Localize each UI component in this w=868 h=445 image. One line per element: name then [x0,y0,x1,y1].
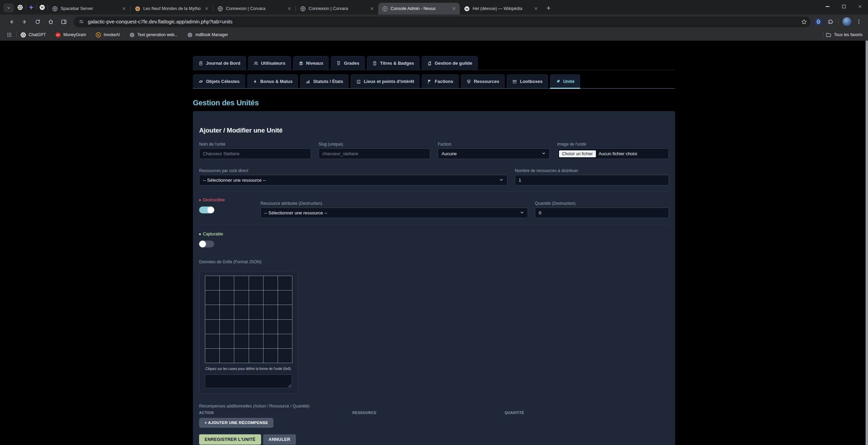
shape-cell[interactable] [234,305,248,319]
minimize-button[interactable] [819,0,836,13]
choose-file-button[interactable]: Choisir un fichier [559,150,596,157]
shape-cell[interactable] [278,276,292,290]
subnav-ressources[interactable]: Ressources [461,74,505,88]
add-reward-button[interactable]: + AJOUTER UNE RÉCOMPENSE [199,418,273,428]
nav-niveaux[interactable]: Niveaux [293,56,329,70]
browser-tab[interactable]: Spacebar Server [48,3,130,14]
grid-json-textarea[interactable] [205,374,292,388]
browser-tab[interactable]: Les Neuf Mondes de la Mythol... [131,3,213,14]
subnav-objets-c-lestes[interactable]: Objets Célestes [193,74,245,88]
shape-cell[interactable] [264,305,278,319]
shape-cell[interactable] [234,290,248,305]
nav-titres-badges[interactable]: Titres & Badges [367,56,420,70]
bookmark-item[interactable]: MoneyGram [55,32,86,38]
shape-cell[interactable] [234,349,248,363]
shape-cell[interactable] [249,305,263,319]
destruction-qty-input[interactable]: 0 [535,208,669,218]
reload-button[interactable] [31,15,44,28]
shape-cell[interactable] [249,334,263,348]
browser-menu-icon[interactable] [853,16,865,28]
tab-close-icon[interactable] [451,6,457,12]
browser-tab[interactable]: Connexion | Corvara [214,3,295,14]
shape-cell[interactable] [264,320,278,334]
destructible-toggle[interactable] [199,206,214,213]
shape-cell[interactable] [205,290,219,305]
back-button[interactable] [5,15,18,28]
address-bar[interactable]: galactic-pve-conquest-c7fe.dev.flatlogic… [74,17,810,27]
direct-cost-select[interactable]: -- Sélectionner une ressource -- [199,175,507,186]
subnav-statuts-tats[interactable]: Statuts / États [300,74,349,88]
tab-close-icon[interactable] [369,6,375,12]
shape-cell[interactable] [278,349,292,363]
unit-image-file-input[interactable]: Choisir un fichier Aucun fichier choisi [557,148,669,159]
pinned-tab-wordpress[interactable]: W [37,1,47,13]
nav-journal-de-bord[interactable]: Journal de Bord [193,56,246,70]
bookmark-item[interactable]: mdBook Manager [187,32,228,38]
pinned-tab-chatgpt[interactable] [15,1,25,13]
shape-cell[interactable] [249,290,263,305]
site-settings-icon[interactable] [79,19,84,24]
shape-cell[interactable] [234,276,248,290]
profile-avatar[interactable] [843,17,851,26]
subnav-unit-[interactable]: Unité [550,74,580,88]
cancel-button[interactable]: ANNULER [263,434,296,445]
tab-close-icon[interactable] [121,6,127,12]
shape-cell[interactable] [264,349,278,363]
shape-cell[interactable] [220,305,234,319]
slug-input[interactable]: chasseur_stellaire [319,148,431,159]
shape-cell[interactable] [234,320,248,334]
shape-cell[interactable] [220,290,234,305]
side-panel-button[interactable] [57,15,70,28]
shape-cell[interactable] [249,276,263,290]
bookmark-item[interactable]: Text generation web... [129,32,178,38]
tab-close-icon[interactable] [286,6,292,12]
pinned-tab-gemini[interactable] [26,1,36,13]
shape-cell[interactable] [234,334,248,348]
shape-cell[interactable] [220,334,234,348]
browser-tab[interactable]: Console Admin - Nexus [378,3,460,14]
destruction-resource-select[interactable]: -- Sélectionner une ressource -- [260,208,528,218]
home-button[interactable] [44,15,57,28]
subnav-bonus-malus[interactable]: Bonus & Malus [247,74,298,88]
shape-cell[interactable] [220,276,234,290]
shape-cell[interactable] [278,290,292,305]
apps-grid-icon[interactable] [5,30,14,39]
shape-cell[interactable] [278,334,292,348]
tab-close-icon[interactable] [533,6,539,12]
forward-button[interactable] [18,15,31,28]
shape-cell[interactable] [278,320,292,334]
tab-close-icon[interactable] [204,6,210,12]
subnav-lootboxes[interactable]: Lootboxes [507,74,548,88]
shape-cell[interactable] [205,349,219,363]
shape-cell[interactable] [278,305,292,319]
shape-cell[interactable] [220,349,234,363]
shape-cell[interactable] [264,334,278,348]
shape-cell[interactable] [205,334,219,348]
all-bookmarks-button[interactable]: Tous les favoris [826,32,862,38]
shape-cell[interactable] [205,320,219,334]
nav-utilisateurs[interactable]: Utilisateurs [248,56,291,70]
shape-cell[interactable] [264,276,278,290]
tab-search-button[interactable] [3,3,14,12]
close-window-button[interactable] [852,0,868,13]
browser-tab[interactable]: Connexion | Corvara [296,3,378,14]
new-tab-button[interactable] [543,3,554,13]
shape-cell[interactable] [205,305,219,319]
nav-grades[interactable]: Grades [331,56,365,70]
subnav-lieux-et-points-d-int-r-t[interactable]: Lieux et points d'intérêt [351,74,420,88]
extension-icon[interactable] [813,16,824,28]
shape-cell[interactable] [249,349,263,363]
shape-cell[interactable] [220,320,234,334]
browser-tab[interactable]: WHel (déesse) — Wikipédia [460,3,542,14]
shape-cell[interactable] [264,290,278,305]
faction-select[interactable]: Aucune [438,148,550,159]
shape-cell[interactable] [205,276,219,290]
bookmark-item[interactable]: ChatGPT [20,32,46,38]
bookmark-star-icon[interactable] [801,19,807,25]
page-scrollbar[interactable] [866,41,868,445]
unit-name-input[interactable]: Chasseur Stellaire [199,148,311,159]
extensions-puzzle-icon[interactable] [824,16,836,28]
capturable-toggle[interactable] [199,241,214,247]
nav-gestion-de-guilde[interactable]: Gestion de guilde [422,56,478,70]
shape-cell[interactable] [249,320,263,334]
